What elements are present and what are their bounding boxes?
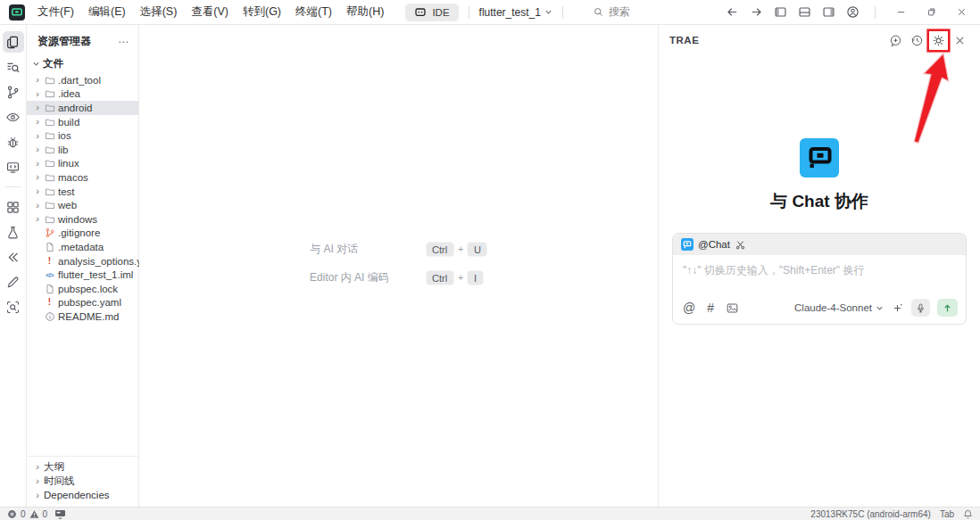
chevron-down-icon: [876, 304, 884, 312]
remote-icon[interactable]: [3, 156, 24, 177]
at-icon[interactable]: @: [683, 301, 695, 314]
close-icon[interactable]: [951, 31, 969, 50]
sidebar-section[interactable]: › Dependencies: [27, 488, 138, 502]
back-icon[interactable]: [720, 3, 744, 22]
collapse-icon[interactable]: [3, 246, 24, 268]
menu-item[interactable]: 选择(S): [133, 2, 185, 22]
image-icon[interactable]: [726, 301, 739, 315]
tree-row[interactable]: › windows: [27, 212, 138, 227]
close-icon[interactable]: [946, 1, 976, 24]
tree-row[interactable]: › web: [27, 198, 138, 212]
chevron-down-icon: [544, 8, 552, 16]
panel-left-icon[interactable]: [768, 3, 793, 22]
mic-button[interactable]: [911, 299, 930, 317]
editor-area: 与 AI 对话 Ctrl + U Editor 内 AI 编码 Ctrl + I: [139, 25, 658, 507]
menu-item[interactable]: 终端(T): [288, 2, 339, 22]
history-icon[interactable]: [908, 31, 926, 50]
source-control-icon[interactable]: [3, 81, 24, 103]
explorer-title: 资源管理器: [37, 34, 91, 49]
sidebar-section-label: 时间线: [44, 475, 75, 488]
maximize-icon[interactable]: [916, 1, 946, 24]
pencil-icon[interactable]: [3, 271, 24, 293]
tree-row[interactable]: ! pubspec.yaml: [27, 296, 138, 310]
tree-row[interactable]: › test: [27, 185, 138, 199]
more-actions-button[interactable]: ⋯: [118, 36, 129, 48]
chevron-right-icon: ›: [34, 131, 41, 141]
hash-icon[interactable]: #: [707, 301, 714, 314]
tree-row[interactable]: › .idea: [27, 87, 138, 102]
tree-row[interactable]: </> flutter_test_1.iml: [27, 268, 138, 282]
info-icon: [44, 310, 55, 322]
chat-input[interactable]: "↑↓" 切换历史输入，"Shift+Enter" 换行: [673, 255, 966, 299]
chevron-right-icon: ›: [34, 89, 41, 99]
project-selector[interactable]: flutter_test_1: [479, 6, 552, 19]
chat-empty-state: 与 Chat 协作: [659, 138, 980, 213]
tree-row[interactable]: README.md: [27, 310, 138, 324]
model-selector[interactable]: Claude-4-Sonnet: [794, 302, 884, 313]
menu-item[interactable]: 查看(V): [184, 2, 236, 22]
send-button[interactable]: [937, 299, 958, 317]
folder-icon: [44, 88, 55, 100]
tree-row[interactable]: ! analysis_options.yaml: [27, 254, 138, 268]
panel-right-icon[interactable]: [817, 3, 841, 22]
forward-icon[interactable]: [744, 3, 768, 22]
add-context-button[interactable]: [891, 301, 904, 315]
notifications-bell-icon[interactable]: [963, 509, 973, 519]
minimize-icon[interactable]: [885, 1, 916, 24]
app-logo-icon: [9, 4, 25, 21]
sidebar-section[interactable]: › 大纲: [27, 459, 138, 474]
tree-row[interactable]: › ios: [27, 128, 138, 143]
chat-new-icon[interactable]: [886, 31, 905, 50]
tree-row[interactable]: › android: [27, 101, 138, 115]
panel-bottom-icon[interactable]: [793, 3, 817, 22]
tree-item-label: ios: [58, 130, 71, 141]
divider: [562, 6, 563, 19]
files-section-header[interactable]: 文件: [27, 55, 138, 73]
eye-icon[interactable]: [3, 106, 24, 128]
device-name[interactable]: 23013RK75C (android-arm64): [810, 509, 931, 519]
account-icon[interactable]: [841, 3, 865, 22]
settings-icon[interactable]: [929, 31, 948, 50]
tree-row[interactable]: .metadata: [27, 240, 138, 254]
debug-icon[interactable]: [3, 131, 24, 153]
code-icon: </>: [44, 269, 55, 281]
panel-header-icons: [886, 31, 969, 50]
tree-row[interactable]: › lib: [27, 143, 138, 157]
scan-search-icon[interactable]: [3, 296, 24, 318]
chevron-right-icon: ›: [34, 103, 41, 112]
window-controls: [885, 1, 976, 24]
device-monitor-icon[interactable]: [54, 509, 66, 519]
warnings-icon[interactable]: [29, 509, 39, 519]
folder-icon: [44, 186, 55, 197]
menu-item[interactable]: 文件(F): [30, 2, 81, 22]
global-search[interactable]: 搜索: [593, 4, 630, 20]
tree-row[interactable]: pubspec.lock: [27, 282, 138, 296]
extensions-icon[interactable]: [3, 196, 24, 218]
tab-indicator[interactable]: Tab: [940, 509, 954, 519]
tree-item-label: .gitignore: [58, 227, 100, 238]
menu-item[interactable]: 帮助(H): [339, 2, 391, 22]
chevron-right-icon: ›: [34, 201, 41, 210]
tree-row[interactable]: › linux: [27, 157, 138, 171]
chat-tag-label[interactable]: @Chat: [698, 239, 730, 250]
tree-item-label: pubspec.lock: [58, 284, 118, 294]
files-icon[interactable]: [3, 31, 24, 53]
sidebar-section[interactable]: › 时间线: [27, 474, 138, 488]
search-icon[interactable]: [3, 56, 24, 78]
ide-mode-badge[interactable]: IDE: [405, 4, 458, 21]
chat-logo-icon: [800, 138, 839, 177]
flask-icon[interactable]: [3, 221, 24, 243]
shortcut-label: Editor 内 AI 编码: [310, 270, 415, 285]
scissors-icon[interactable]: [735, 240, 745, 250]
tree-row[interactable]: .gitignore: [27, 227, 138, 241]
menu-item[interactable]: 转到(G): [236, 2, 288, 22]
menu-item[interactable]: 编辑(E): [81, 2, 133, 22]
chevron-right-icon: ›: [34, 144, 41, 154]
nav-icon-group: [720, 3, 865, 22]
tree-row[interactable]: › .dart_tool: [27, 73, 138, 87]
errors-icon[interactable]: [7, 509, 17, 519]
sidebar-section-label: Dependencies: [44, 490, 110, 500]
tree-row[interactable]: › build: [27, 115, 138, 129]
tree-row[interactable]: › macos: [27, 170, 138, 185]
tree-item-label: lib: [58, 144, 69, 155]
